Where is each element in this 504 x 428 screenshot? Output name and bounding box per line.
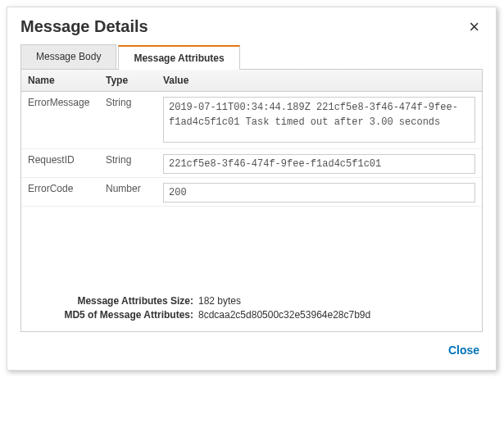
attr-type: Number <box>99 178 157 207</box>
attr-name: ErrorCode <box>21 178 99 207</box>
attr-type: String <box>99 149 157 178</box>
meta-value: 8cdcaa2c5d80500c32e53964e28c7b9d <box>198 309 370 321</box>
close-button[interactable]: Close <box>448 344 479 357</box>
close-icon[interactable]: × <box>465 18 483 36</box>
message-details-dialog: Message Details × Message Body Message A… <box>7 7 497 371</box>
attr-type: String <box>99 92 157 149</box>
dialog-title: Message Details <box>20 17 148 36</box>
table-row: ErrorCode Number <box>21 178 482 207</box>
attr-value-field[interactable] <box>163 183 475 203</box>
meta-value: 182 bytes <box>198 295 241 307</box>
tab-message-body[interactable]: Message Body <box>20 44 116 69</box>
meta-label: Message Attributes Size: <box>39 295 193 307</box>
attributes-table: Name Type Value ErrorMessage String 2019… <box>21 70 482 207</box>
attr-value-field[interactable]: 2019-07-11T00:34:44.189Z 221cf5e8-3f46-4… <box>163 97 475 143</box>
meta-row-size: Message Attributes Size: 182 bytes <box>39 295 474 307</box>
table-row: ErrorMessage String 2019-07-11T00:34:44.… <box>21 92 482 149</box>
table-row: RequestID String <box>21 149 482 178</box>
meta-label: MD5 of Message Attributes: <box>39 309 193 321</box>
attr-name: ErrorMessage <box>21 92 99 149</box>
column-header-type: Type <box>99 70 157 92</box>
tab-bar: Message Body Message Attributes <box>20 44 483 70</box>
meta-section: Message Attributes Size: 182 bytes MD5 o… <box>21 290 482 331</box>
column-header-name: Name <box>21 70 99 92</box>
dialog-footer: Close <box>7 332 496 370</box>
tab-content: Name Type Value ErrorMessage String 2019… <box>20 70 483 332</box>
dialog-header: Message Details × <box>7 7 496 44</box>
tab-message-attributes[interactable]: Message Attributes <box>118 45 239 70</box>
attr-name: RequestID <box>21 149 99 178</box>
meta-row-md5: MD5 of Message Attributes: 8cdcaa2c5d805… <box>39 309 474 321</box>
spacer <box>21 207 482 290</box>
column-header-value: Value <box>157 70 482 92</box>
attr-value-field[interactable] <box>163 154 475 174</box>
